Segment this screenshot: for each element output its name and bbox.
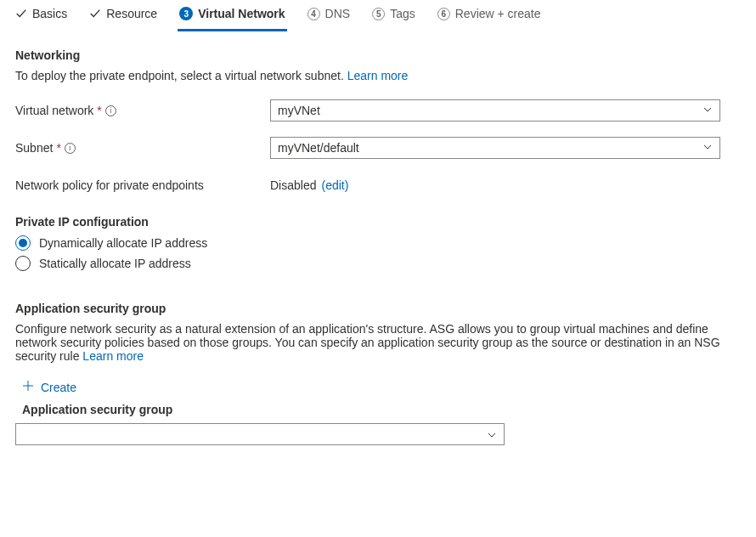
section-title-asg: Application security group [15,302,741,315]
chevron-down-icon [702,104,713,117]
create-label: Create [41,381,76,394]
tab-review-create[interactable]: 6 Review + create [436,7,543,31]
network-policy-label: Network policy for private endpoints [15,178,270,192]
networking-description: To deploy the private endpoint, select a… [15,69,741,82]
step-number-icon: 3 [179,7,193,20]
create-asg-button[interactable]: Create [15,375,83,399]
subnet-select[interactable]: myVNet/default [270,137,720,159]
select-value: myVNet/default [278,141,359,155]
virtual-network-select[interactable]: myVNet [270,99,720,122]
tab-label: Basics [32,7,67,20]
tab-virtual-network[interactable]: 3 Virtual Network [178,7,286,31]
radio-dynamic-ip[interactable]: Dynamically allocate IP address [15,235,741,251]
learn-more-link[interactable]: Learn more [82,349,144,363]
step-number-icon: 4 [307,8,320,20]
edit-link[interactable]: (edit) [321,178,348,192]
tab-label: Virtual Network [198,7,285,20]
tab-basics[interactable]: Basics [14,7,69,31]
tab-label: Tags [390,7,415,20]
section-title-networking: Networking [15,48,741,62]
tab-label: Review + create [455,7,541,20]
section-title-ipconfig: Private IP configuration [15,215,741,229]
checkmark-icon [89,8,101,20]
info-icon[interactable]: i [65,143,76,154]
plus-icon [22,380,34,394]
select-value: myVNet [278,104,320,117]
radio-icon [15,256,31,271]
radio-static-ip[interactable]: Statically allocate IP address [15,256,741,271]
subnet-label: Subnet * i [15,141,270,155]
tab-resource[interactable]: Resource [87,7,159,31]
required-asterisk: * [56,141,60,155]
radio-label: Dynamically allocate IP address [39,236,207,250]
info-icon[interactable]: i [105,105,116,116]
radio-label: Statically allocate IP address [39,257,191,270]
radio-icon [15,235,31,251]
chevron-down-icon [487,429,497,443]
tab-label: Resource [106,7,157,20]
asg-description: Configure network security as a natural … [15,322,741,363]
tab-dns[interactable]: 4 DNS [306,7,353,31]
tab-label: DNS [325,7,351,20]
step-number-icon: 6 [437,8,450,20]
required-asterisk: * [97,104,101,117]
asg-field-label: Application security group [22,403,741,416]
learn-more-link[interactable]: Learn more [347,69,409,82]
virtual-network-label: Virtual network * i [15,104,270,117]
network-policy-value: Disabled (edit) [270,178,348,192]
chevron-down-icon [702,141,713,155]
asg-select[interactable] [15,423,505,445]
checkmark-icon [15,8,27,20]
step-number-icon: 5 [372,8,385,20]
tab-tags[interactable]: 5 Tags [370,7,417,31]
wizard-tabs: Basics Resource 3 Virtual Network 4 DNS … [0,0,756,31]
